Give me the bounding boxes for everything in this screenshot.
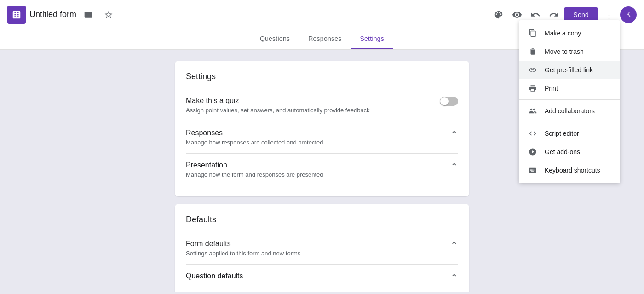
menu-move-trash-label: Move to trash [545,48,584,55]
quiz-toggle-action [440,97,458,106]
palette-button[interactable] [490,6,507,23]
menu-move-trash[interactable]: Move to trash [519,42,620,61]
presentation-setting-desc: Manage how the form and responses are pr… [186,171,443,178]
question-defaults-label: Question defaults [186,272,443,280]
responses-setting-info: Responses Manage how responses are colle… [186,129,443,146]
header-left: Untitled form [7,6,490,24]
link-icon [528,65,537,75]
menu-keyboard-shortcuts-label: Keyboard shortcuts [545,167,600,174]
people-icon [528,106,537,115]
menu-prefilled-link-label: Get pre-filled link [545,66,593,74]
menu-divider-2 [519,122,620,122]
presentation-setting-item[interactable]: Presentation Manage how the form and res… [186,153,458,185]
form-title: Untitled form [29,10,76,19]
menu-script-editor-label: Script editor [545,130,579,137]
question-defaults-chevron-icon: ⌃ [450,272,458,283]
settings-card-title: Settings [186,72,458,81]
question-defaults-info: Question defaults [186,272,443,282]
tab-questions[interactable]: Questions [251,29,299,49]
forms-icon [12,10,22,20]
print-icon [528,84,537,93]
quiz-toggle[interactable] [440,97,458,106]
code-icon [528,129,537,138]
form-defaults-desc: Settings applied to this form and new fo… [186,250,443,257]
menu-make-copy-label: Make a copy [545,29,581,37]
addon-icon [528,147,537,156]
presentation-chevron-action: ⌃ [450,161,458,172]
quiz-setting-item: Make this a quiz Assign point values, se… [186,89,458,121]
responses-setting-desc: Manage how responses are collected and p… [186,139,443,146]
form-defaults-item[interactable]: Form defaults Settings applied to this f… [186,232,458,264]
settings-card: Settings Make this a quiz Assign point v… [175,61,469,196]
tab-responses[interactable]: Responses [299,29,351,49]
question-defaults-chevron-action: ⌃ [450,272,458,283]
redo-icon [549,10,559,20]
responses-setting-label: Responses [186,129,443,137]
quiz-setting-label: Make this a quiz [186,97,432,105]
defaults-card-title: Defaults [186,215,458,225]
responses-chevron-action: ⌃ [450,129,458,140]
send-button[interactable]: Send [564,7,598,22]
form-defaults-chevron-icon: ⌃ [450,240,458,251]
defaults-card: Defaults Form defaults Settings applied … [175,204,469,292]
menu-script-editor[interactable]: Script editor [519,124,620,143]
presentation-chevron-icon: ⌃ [450,161,458,172]
menu-get-addons[interactable]: Get add-ons [519,143,620,161]
palette-icon [494,10,504,20]
app-icon[interactable] [7,6,26,24]
presentation-setting-info: Presentation Manage how the form and res… [186,161,443,178]
tab-settings[interactable]: Settings [351,29,394,49]
star-icon [104,10,113,19]
trash-icon [528,47,537,56]
responses-chevron-icon: ⌃ [450,129,458,140]
menu-divider-1 [519,99,620,100]
menu-get-addons-label: Get add-ons [545,148,580,156]
menu-prefilled-link[interactable]: Get pre-filled link [519,61,620,79]
quiz-setting-desc: Assign point values, set answers, and au… [186,107,432,114]
question-defaults-item[interactable]: Question defaults ⌃ [186,264,458,290]
copy-icon [528,29,537,38]
folder-button[interactable] [80,6,97,23]
quiz-setting-info: Make this a quiz Assign point values, se… [186,97,432,114]
menu-keyboard-shortcuts[interactable]: Keyboard shortcuts [519,161,620,179]
presentation-setting-label: Presentation [186,161,443,169]
responses-setting-item[interactable]: Responses Manage how responses are colle… [186,121,458,153]
undo-icon [530,10,540,20]
star-button[interactable] [100,6,117,23]
avatar[interactable]: K [620,6,637,23]
folder-icon [84,10,93,19]
menu-print-label: Print [545,85,558,92]
form-defaults-label: Form defaults [186,240,443,248]
form-defaults-chevron-action: ⌃ [450,240,458,251]
keyboard-icon [528,166,537,175]
dropdown-menu: Make a copy Move to trash Get pre-filled… [519,20,620,183]
menu-add-collaborators-label: Add collaborators [545,107,595,115]
eye-icon [512,10,522,20]
menu-make-copy[interactable]: Make a copy [519,24,620,42]
menu-add-collaborators[interactable]: Add collaborators [519,102,620,120]
form-defaults-info: Form defaults Settings applied to this f… [186,240,443,257]
menu-print[interactable]: Print [519,79,620,98]
